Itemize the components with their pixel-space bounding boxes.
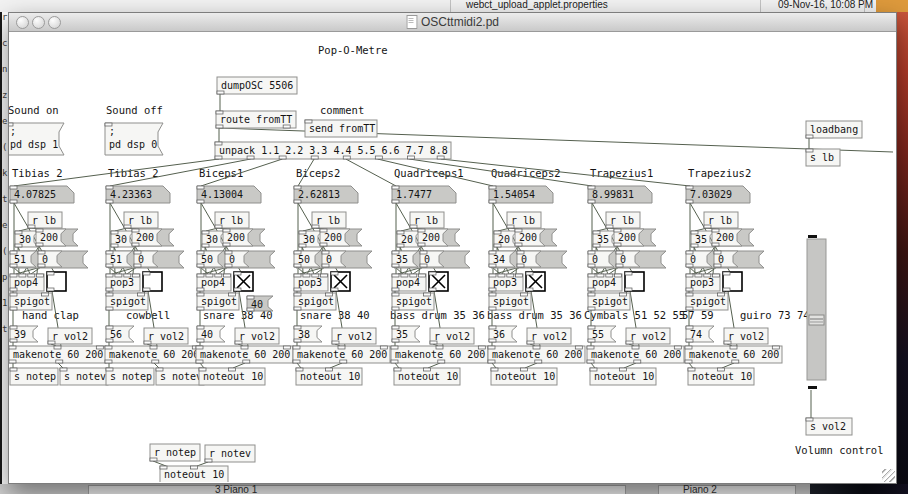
message-box-label: 51 (110, 254, 122, 265)
outlet-nub (311, 156, 318, 159)
inlet-nub (632, 346, 639, 349)
inlet-nub (241, 346, 248, 349)
outlet-nub (144, 341, 151, 344)
outlet-nub (124, 225, 131, 228)
inlet-nub (436, 346, 443, 349)
object-box-label: r vol2 (336, 331, 372, 342)
inlet-nub (312, 274, 319, 277)
object-box-label: s lb (810, 152, 834, 163)
inlet-nub (305, 120, 312, 123)
inlet-nub (478, 346, 485, 349)
outlet-nub (587, 360, 594, 363)
outlet-nub (686, 264, 693, 267)
object-box-label: makenote 60 200 (200, 349, 290, 360)
inlet-nub (234, 272, 241, 275)
inlet-nub (391, 346, 398, 349)
outlet-nub (15, 244, 22, 247)
resize-grip[interactable] (882, 469, 895, 482)
object-box-label: r notep (154, 447, 196, 458)
inlet-nub (515, 274, 522, 277)
object-box-label: makenote 60 200 (297, 349, 387, 360)
patch-cord (346, 159, 396, 186)
volume-vslider[interactable] (807, 239, 826, 380)
outlet-nub (494, 244, 501, 247)
outlet-nub (247, 156, 254, 159)
outlet-nub (714, 264, 721, 267)
inlet-nub (517, 251, 524, 254)
document-icon (406, 15, 417, 29)
inlet-nub (150, 346, 157, 349)
inlet-nub (132, 274, 139, 277)
inlet-nub (196, 346, 203, 349)
message-box-label: 36 (493, 329, 505, 340)
inlet-nub (10, 368, 17, 371)
inlet-nub (392, 293, 399, 296)
inlet-nub (401, 274, 408, 277)
message-box-label: 200 (716, 232, 734, 243)
outlet-nub (437, 156, 444, 159)
minimize-button[interactable] (32, 16, 45, 29)
outlet-nub (197, 339, 204, 342)
close-button[interactable] (16, 16, 29, 29)
inlet-nub (38, 251, 45, 254)
inlet-nub (322, 251, 329, 254)
inlet-nub (36, 229, 43, 232)
inlet-nub (712, 274, 719, 277)
object-box-label: r vol2 (531, 331, 567, 342)
inlet-nub (202, 231, 209, 234)
background-file-name: webct_upload_applet.properties (466, 0, 608, 10)
outlet-nub (723, 288, 730, 291)
inlet-nub (686, 326, 693, 329)
outlet-nub (489, 339, 496, 342)
zoom-button[interactable] (48, 16, 61, 29)
patch-canvas[interactable]: Pop-O-MetreSound onSound offcommentguiro… (9, 32, 894, 482)
object-box-label: noteout 10 (495, 371, 555, 382)
message-box-label: 35 (695, 234, 707, 245)
object-box-label: dumpOSC 5506 (221, 80, 293, 91)
inlet-nub (614, 229, 621, 232)
background-label-left: 3 Piano 1 (215, 484, 257, 494)
object-box-label: r vol2 (52, 331, 88, 342)
inlet-nub (674, 346, 681, 349)
inlet-nub (704, 274, 711, 277)
inlet-nub (106, 368, 113, 371)
object-box-label: r lb (316, 215, 340, 226)
outlet-nub (143, 288, 150, 291)
inlet-nub (418, 274, 425, 277)
outlet-nub (691, 244, 698, 247)
window-title: OSCttmidi2.pd (421, 15, 499, 29)
slider-handle[interactable] (809, 315, 824, 325)
patch-svg[interactable]: Pop-O-MetreSound onSound offcommentguiro… (9, 32, 894, 482)
object-box-label: r notev (209, 448, 251, 459)
title-bar[interactable]: OSCttmidi2.pd (9, 13, 896, 32)
inlet-nub (199, 368, 206, 371)
outlet-nub (243, 360, 250, 363)
object-box-label: r lb (414, 215, 438, 226)
inlet-nub (115, 274, 122, 277)
message-box-label: 0 (620, 254, 626, 265)
inlet-nub (303, 274, 310, 277)
inlet-nub (106, 274, 113, 277)
inlet-nub (712, 229, 719, 232)
outlet-nub (36, 243, 43, 246)
object-box-label: r lb (610, 215, 634, 226)
outlet-nub (294, 288, 301, 291)
comment-text: 57 59 (682, 309, 714, 321)
object-box-label: spigot (396, 296, 432, 307)
outlet-nub (106, 200, 113, 203)
object-box-label: r vol2 (239, 331, 275, 342)
inlet-nub (223, 274, 230, 277)
outlet-nub (732, 360, 739, 363)
number-box-label: 7.03029 (690, 189, 732, 200)
outlet-nub (340, 360, 347, 363)
object-box-label: spigot (201, 296, 237, 307)
inlet-nub (105, 123, 112, 126)
object-box-label: pop3 (493, 277, 517, 288)
inlet-nub (494, 231, 501, 234)
inlet-nub (718, 368, 725, 371)
object-box-label: pop3 (110, 277, 134, 288)
inlet-nub (614, 274, 621, 277)
message-box-label: 200 (40, 232, 58, 243)
inlet-nub (197, 326, 204, 329)
inlet-nub (772, 346, 779, 349)
